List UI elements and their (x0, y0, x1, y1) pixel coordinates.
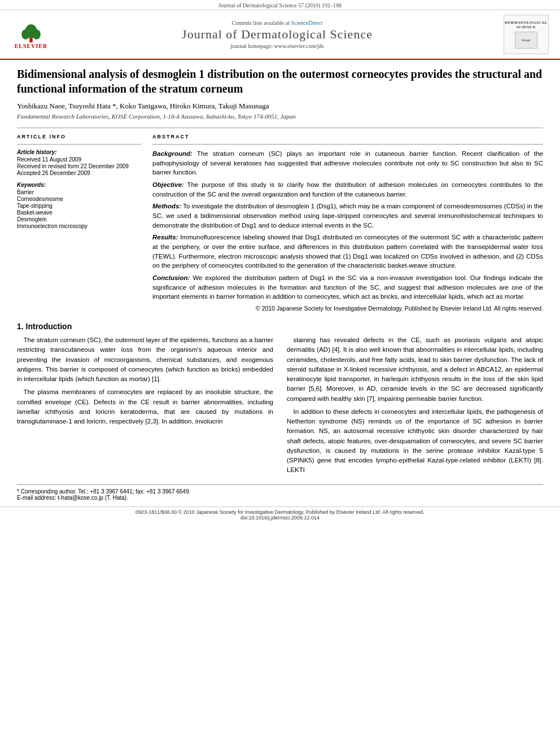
abstract-divider (152, 144, 543, 145)
abstract-objective: Objective: The purpose of this study is … (152, 180, 543, 199)
conclusion-text: We explored the distribution pattern of … (152, 274, 543, 300)
article-title: Bidimensional analysis of desmoglein 1 d… (17, 67, 543, 96)
abstract-column: ABSTRACT Background: The stratum corneum… (152, 134, 543, 312)
article-info-abstract: ARTICLE INFO Article history: Received 1… (17, 134, 543, 312)
elsevier-logo: ELSEVIER (11, 20, 51, 49)
objective-label: Objective: (152, 181, 184, 188)
abstract-background: Background: The stratum corneum (SC) pla… (152, 149, 543, 177)
divider (17, 128, 543, 128)
abstract-methods: Methods: To investigate the distribution… (152, 202, 543, 230)
svg-point-3 (33, 29, 41, 40)
email-footnote: E-mail address: t-hata@kose.co.jp (T. Ha… (17, 495, 543, 501)
methods-label: Methods: (152, 203, 181, 209)
received-date: Received 11 August 2009 (17, 156, 141, 163)
journal-title: Journal of Dermatological Science (56, 27, 498, 42)
intro-para4: In addition to these defects in corneocy… (287, 407, 543, 475)
intro-para2: The plasma membranes of corneocytes are … (17, 387, 273, 426)
journal-header: ELSEVIER Contents lists available at Sci… (0, 10, 560, 60)
abstract-conclusion: Conclusion: We explored the distribution… (152, 273, 543, 302)
copyright-line: © 2010 Japanese Society for Investigativ… (152, 305, 543, 312)
results-text: Immunofluorescence labeling showed that … (152, 234, 543, 269)
background-text: The stratum corneum (SC) plays an import… (152, 150, 543, 176)
sciencedirect-line: Contents lists available at ScienceDirec… (56, 20, 498, 26)
article-info-label: ARTICLE INFO (17, 134, 141, 139)
keyword-immunoelectron: Immunoelectron microscopy (17, 223, 141, 229)
background-label: Background: (152, 150, 193, 157)
journal-citation: Journal of Dermatological Science 57 (20… (218, 2, 342, 8)
journal-homepage: journal homepage: www.elsevier.com/jds (56, 43, 498, 49)
authors: Yoshikazu Naoe, Tsuyoshi Hata *, Koko Ta… (17, 102, 543, 111)
introduction-heading: 1. Introduction (17, 322, 543, 331)
elsevier-tree-icon (17, 20, 45, 43)
methods-text: To investigate the distribution of desmo… (152, 203, 543, 228)
page-footer: 0923-1811/$36.00 © 2010 Japanese Society… (0, 506, 560, 523)
footer-doi: doi:10.1016/j.jdermsci.2009.12.014 (0, 515, 560, 521)
intro-para1: The stratum corneum (SC), the outermost … (17, 335, 273, 384)
keyword-corneodesmosme: Corneodesmosme (17, 196, 141, 202)
intro-para3: staining has revealed defects in the CE,… (287, 335, 543, 404)
journal-logo-image: DERMATOLOGICAL SCIENCE image (504, 15, 549, 54)
intro-left-col: The stratum corneum (SC), the outermost … (17, 335, 273, 479)
keyword-basket-weave: Basket-weave (17, 209, 141, 216)
journal-topbar: Journal of Dermatological Science 57 (20… (0, 0, 560, 10)
keywords-label: Keywords: (17, 182, 141, 188)
intro-right-col: staining has revealed defects in the CE,… (287, 335, 543, 479)
affiliation: Fundamental Research Laboratories, KOSÉ … (17, 113, 543, 120)
results-label: Results: (152, 234, 178, 241)
corresponding-footnote: * Corresponding author. Tel.: +81 3 3967… (17, 488, 543, 495)
objective-text: The purpose of this study is to clarify … (152, 181, 543, 198)
footer-text: 0923-1811/$36.00 © 2010 Japanese Society… (0, 509, 560, 515)
conclusion-label: Conclusion: (152, 274, 190, 281)
elsevier-text: ELSEVIER (15, 43, 48, 49)
info-divider (17, 144, 141, 145)
footnotes: * Corresponding author. Tel.: +81 3 3967… (17, 484, 543, 501)
keyword-tape-stripping: Tape-stripping (17, 203, 141, 209)
abstract-label: ABSTRACT (152, 134, 543, 139)
received-revised-date: Received in revised form 22 December 200… (17, 163, 141, 169)
accepted-date: Accepted 26 December 2009 (17, 170, 141, 176)
journal-center: Contents lists available at ScienceDirec… (56, 20, 498, 49)
introduction-text: The stratum corneum (SC), the outermost … (17, 335, 543, 479)
keyword-desmoglein: Desmoglein (17, 216, 141, 222)
sciencedirect-link[interactable]: ScienceDirect (291, 20, 322, 26)
keyword-barrier: Barrier (17, 189, 141, 195)
svg-point-2 (21, 29, 29, 40)
abstract-results: Results: Immunofluorescence labeling sho… (152, 233, 543, 270)
main-content: Bidimensional analysis of desmoglein 1 d… (0, 60, 560, 501)
introduction-section: 1. Introduction The stratum corneum (SC)… (17, 322, 543, 479)
article-info-column: ARTICLE INFO Article history: Received 1… (17, 134, 141, 312)
article-history-label: Article history: (17, 149, 141, 155)
